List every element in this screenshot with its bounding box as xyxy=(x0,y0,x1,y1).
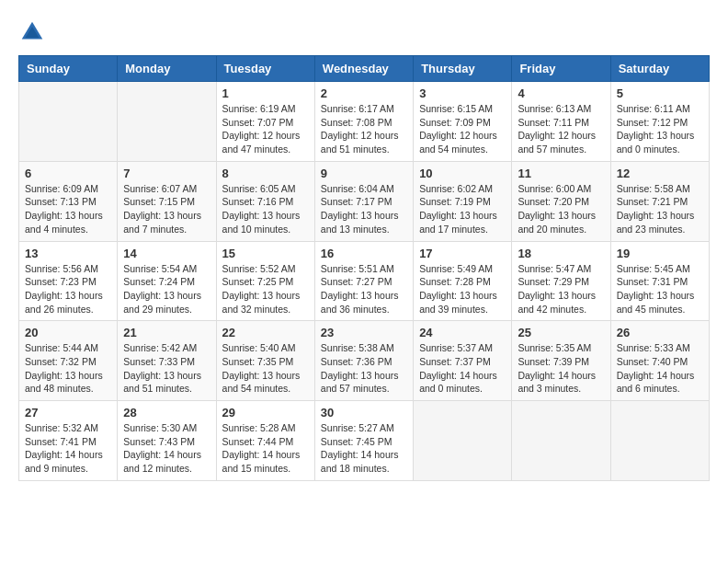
sunset: Sunset: 7:35 PM xyxy=(222,356,294,367)
sunrise: Sunrise: 6:00 AM xyxy=(518,183,591,194)
calendar-cell: 20 Sunrise: 5:44 AM Sunset: 7:32 PM Dayl… xyxy=(19,321,118,401)
calendar-cell: 11 Sunrise: 6:00 AM Sunset: 7:20 PM Dayl… xyxy=(512,161,610,241)
daylight: Daylight: 13 hours and 36 minutes. xyxy=(321,290,399,315)
sunset: Sunset: 7:23 PM xyxy=(25,276,97,287)
calendar-cell xyxy=(512,401,610,481)
sunset: Sunset: 7:12 PM xyxy=(617,117,688,128)
sunrise: Sunrise: 5:54 AM xyxy=(123,263,197,274)
calendar-cell: 30 Sunrise: 5:27 AM Sunset: 7:45 PM Dayl… xyxy=(314,401,413,481)
day-header: Saturday xyxy=(610,56,709,82)
day-number: 13 xyxy=(25,247,111,260)
daylight: Daylight: 13 hours and 13 minutes. xyxy=(321,210,399,235)
sunset: Sunset: 7:24 PM xyxy=(123,276,195,287)
day-number: 6 xyxy=(25,167,111,180)
daylight: Daylight: 12 hours and 54 minutes. xyxy=(419,130,497,155)
sunset: Sunset: 7:11 PM xyxy=(518,117,589,128)
sunset: Sunset: 7:29 PM xyxy=(518,276,589,287)
day-header: Monday xyxy=(118,56,216,82)
sunrise: Sunrise: 5:52 AM xyxy=(222,263,296,274)
day-detail: Sunrise: 6:05 AM Sunset: 7:16 PM Dayligh… xyxy=(222,182,309,236)
sunrise: Sunrise: 5:51 AM xyxy=(321,263,394,274)
calendar-cell: 8 Sunrise: 6:05 AM Sunset: 7:16 PM Dayli… xyxy=(216,161,314,241)
sunrise: Sunrise: 5:35 AM xyxy=(518,342,591,353)
daylight: Daylight: 12 hours and 57 minutes. xyxy=(518,130,596,155)
daylight: Daylight: 13 hours and 29 minutes. xyxy=(123,290,201,315)
daylight: Daylight: 13 hours and 57 minutes. xyxy=(321,370,399,395)
day-detail: Sunrise: 5:38 AM Sunset: 7:36 PM Dayligh… xyxy=(321,341,407,396)
sunrise: Sunrise: 5:27 AM xyxy=(321,422,394,433)
calendar-cell xyxy=(118,82,216,162)
logo xyxy=(18,18,50,46)
sunrise: Sunrise: 6:04 AM xyxy=(321,183,394,194)
calendar-cell: 27 Sunrise: 5:32 AM Sunset: 7:41 PM Dayl… xyxy=(19,401,118,481)
sunset: Sunset: 7:39 PM xyxy=(518,356,589,367)
day-detail: Sunrise: 5:37 AM Sunset: 7:37 PM Dayligh… xyxy=(419,341,506,396)
sunset: Sunset: 7:40 PM xyxy=(617,356,688,367)
calendar-cell: 5 Sunrise: 6:11 AM Sunset: 7:12 PM Dayli… xyxy=(610,82,709,162)
daylight: Daylight: 13 hours and 20 minutes. xyxy=(518,210,596,235)
daylight: Daylight: 13 hours and 0 minutes. xyxy=(617,130,695,155)
day-detail: Sunrise: 5:54 AM Sunset: 7:24 PM Dayligh… xyxy=(123,262,210,316)
day-detail: Sunrise: 5:27 AM Sunset: 7:45 PM Dayligh… xyxy=(321,421,407,476)
day-number: 9 xyxy=(321,167,407,180)
daylight: Daylight: 13 hours and 10 minutes. xyxy=(222,210,301,235)
day-detail: Sunrise: 6:17 AM Sunset: 7:08 PM Dayligh… xyxy=(321,102,407,156)
day-detail: Sunrise: 5:56 AM Sunset: 7:23 PM Dayligh… xyxy=(25,262,111,316)
day-detail: Sunrise: 5:45 AM Sunset: 7:31 PM Dayligh… xyxy=(617,262,703,316)
calendar-header-row: SundayMondayTuesdayWednesdayThursdayFrid… xyxy=(19,56,710,82)
day-detail: Sunrise: 6:15 AM Sunset: 7:09 PM Dayligh… xyxy=(419,102,506,156)
calendar-cell: 21 Sunrise: 5:42 AM Sunset: 7:33 PM Dayl… xyxy=(118,321,216,401)
day-detail: Sunrise: 6:09 AM Sunset: 7:13 PM Dayligh… xyxy=(25,182,111,236)
day-detail: Sunrise: 5:30 AM Sunset: 7:43 PM Dayligh… xyxy=(123,421,210,476)
sunset: Sunset: 7:31 PM xyxy=(617,276,688,287)
sunset: Sunset: 7:15 PM xyxy=(123,196,195,207)
day-number: 30 xyxy=(321,406,407,419)
day-number: 3 xyxy=(419,86,506,100)
sunset: Sunset: 7:32 PM xyxy=(25,356,97,367)
sunrise: Sunrise: 5:42 AM xyxy=(123,342,197,353)
day-header: Tuesday xyxy=(216,56,314,82)
calendar-week-row: 6 Sunrise: 6:09 AM Sunset: 7:13 PM Dayli… xyxy=(19,161,710,241)
calendar-cell xyxy=(414,401,512,481)
sunset: Sunset: 7:16 PM xyxy=(222,196,294,207)
day-detail: Sunrise: 5:47 AM Sunset: 7:29 PM Dayligh… xyxy=(518,262,604,316)
calendar-cell: 2 Sunrise: 6:17 AM Sunset: 7:08 PM Dayli… xyxy=(314,82,413,162)
logo-icon xyxy=(18,18,46,46)
sunrise: Sunrise: 5:32 AM xyxy=(25,422,98,433)
sunrise: Sunrise: 6:05 AM xyxy=(222,183,296,194)
daylight: Daylight: 13 hours and 4 minutes. xyxy=(25,210,103,235)
calendar-cell: 24 Sunrise: 5:37 AM Sunset: 7:37 PM Dayl… xyxy=(414,321,512,401)
day-number: 29 xyxy=(222,406,309,419)
day-detail: Sunrise: 5:51 AM Sunset: 7:27 PM Dayligh… xyxy=(321,262,407,316)
sunset: Sunset: 7:07 PM xyxy=(222,117,294,128)
day-detail: Sunrise: 5:33 AM Sunset: 7:40 PM Dayligh… xyxy=(617,341,703,396)
day-number: 16 xyxy=(321,247,407,260)
calendar-cell: 1 Sunrise: 6:19 AM Sunset: 7:07 PM Dayli… xyxy=(216,82,314,162)
sunset: Sunset: 7:20 PM xyxy=(518,196,589,207)
day-detail: Sunrise: 6:07 AM Sunset: 7:15 PM Dayligh… xyxy=(123,182,210,236)
calendar-cell: 12 Sunrise: 5:58 AM Sunset: 7:21 PM Dayl… xyxy=(610,161,709,241)
sunrise: Sunrise: 6:09 AM xyxy=(25,183,98,194)
daylight: Daylight: 14 hours and 0 minutes. xyxy=(419,370,497,395)
calendar-cell: 26 Sunrise: 5:33 AM Sunset: 7:40 PM Dayl… xyxy=(610,321,709,401)
calendar-cell: 13 Sunrise: 5:56 AM Sunset: 7:23 PM Dayl… xyxy=(19,241,118,321)
sunrise: Sunrise: 6:15 AM xyxy=(419,103,493,114)
day-number: 10 xyxy=(419,167,506,180)
day-header: Thursday xyxy=(414,56,512,82)
day-number: 19 xyxy=(617,247,703,260)
sunset: Sunset: 7:27 PM xyxy=(321,276,392,287)
sunrise: Sunrise: 5:38 AM xyxy=(321,342,394,353)
sunrise: Sunrise: 6:19 AM xyxy=(222,103,296,114)
day-number: 20 xyxy=(25,326,111,339)
day-number: 25 xyxy=(518,326,604,339)
day-number: 21 xyxy=(123,326,210,339)
day-header: Friday xyxy=(512,56,610,82)
calendar-cell: 17 Sunrise: 5:49 AM Sunset: 7:28 PM Dayl… xyxy=(414,241,512,321)
sunset: Sunset: 7:41 PM xyxy=(25,436,97,447)
day-number: 12 xyxy=(617,167,703,180)
page-header xyxy=(18,18,710,46)
sunrise: Sunrise: 5:44 AM xyxy=(25,342,98,353)
calendar-cell: 14 Sunrise: 5:54 AM Sunset: 7:24 PM Dayl… xyxy=(118,241,216,321)
sunrise: Sunrise: 5:30 AM xyxy=(123,422,197,433)
sunrise: Sunrise: 5:37 AM xyxy=(419,342,493,353)
